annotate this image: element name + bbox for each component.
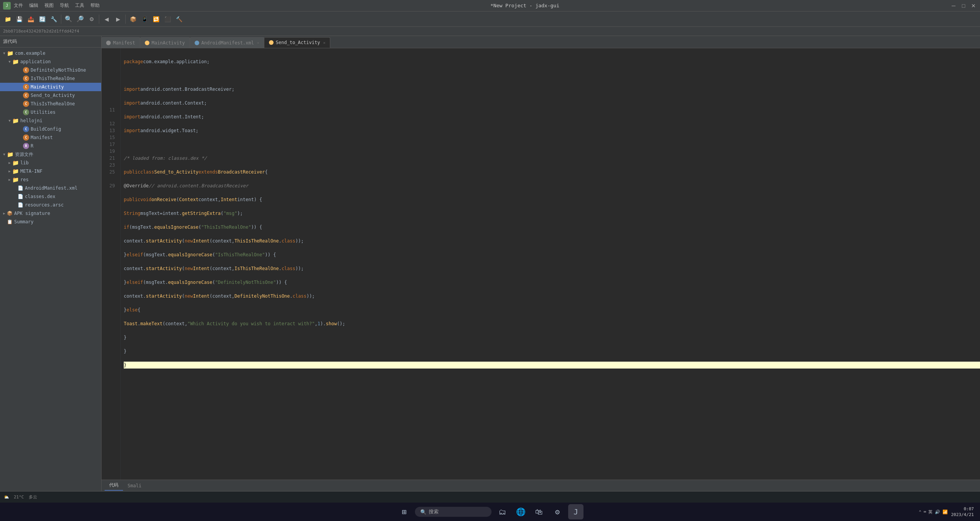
tree-item-lib[interactable]: ▶ 📁 lib	[0, 159, 101, 167]
tree-label: R	[31, 143, 33, 149]
tree-item-meta-inf[interactable]: ▶ 📁 META-INF	[0, 167, 101, 175]
taskbar-windows-btn[interactable]: ⊞	[397, 504, 412, 519]
tree-label: Manifest	[31, 135, 53, 140]
main-area: 源代码 ▼ 📁 com.example ▼ 📁 application ▶ C …	[0, 36, 980, 491]
taskbar-app-jadx[interactable]: J	[568, 504, 583, 519]
taskbar-app-store[interactable]: 🛍	[531, 504, 547, 519]
tree-item-mainactivity[interactable]: ▶ C MainActivity	[0, 83, 101, 91]
tab-sendto[interactable]: Send_to_Activity ✕	[264, 37, 331, 48]
bottom-tab-smali[interactable]: Smali	[123, 482, 146, 490]
sidebar-tree[interactable]: ▼ 📁 com.example ▼ 📁 application ▶ C Defi…	[0, 48, 101, 491]
tree-item-R[interactable]: ▶ R R	[0, 142, 101, 150]
tab-manifest[interactable]: Manifest	[102, 37, 140, 48]
sidebar-header: 源代码	[0, 36, 101, 48]
taskbar-app-settings[interactable]: ⚙	[550, 504, 565, 519]
class-icon: C	[23, 109, 29, 115]
menu-navigate[interactable]: 导航	[60, 2, 69, 9]
tree-item-resources[interactable]: ▼ 📁 资源文件	[0, 150, 101, 159]
code-line: import android.content.Context;	[124, 100, 980, 106]
tree-item-res[interactable]: ▶ 📁 res	[0, 175, 101, 184]
jadx-status-bar: ⛅ 21°C 多云	[0, 491, 980, 503]
tray-arrow[interactable]: ⌃	[919, 510, 921, 514]
toolbar-refresh-btn[interactable]: 🔁	[151, 14, 161, 25]
tree-item-application[interactable]: ▼ 📁 application	[0, 57, 101, 66]
keyboard-icon[interactable]: ⌨	[924, 510, 926, 514]
code-line	[124, 141, 980, 148]
tab-icon	[106, 41, 111, 45]
toolbar-deobf-btn[interactable]: 🔧	[48, 14, 59, 25]
tab-close-sendto[interactable]: ✕	[323, 41, 325, 45]
tree-label: ThisIsTheRealOne	[31, 101, 75, 106]
sys-tray: ⌃ ⌨ 英 🔊 📶	[919, 509, 948, 515]
tree-item-thisreal[interactable]: ▶ C ThisIsTheRealOne	[0, 100, 101, 108]
tree-item-manifest-class[interactable]: ▶ C Manifest	[0, 133, 101, 142]
tabs-bar: Manifest MainActivity AndroidManifest.xm…	[102, 36, 980, 48]
toolbar-find-btn[interactable]: 🔎	[75, 14, 85, 25]
clock[interactable]: 0:07 2023/4/21	[951, 506, 974, 518]
toolbar-settings-btn[interactable]: ⚙	[86, 14, 97, 25]
taskbar-app-explorer[interactable]: 🗂	[495, 504, 510, 519]
code-line: public void onReceive(Context context, I…	[124, 196, 980, 203]
bottom-tabs: 代码 Smali	[102, 480, 980, 491]
menu-help[interactable]: 帮助	[90, 2, 100, 9]
tree-item-definitely[interactable]: ▶ C DefinitelyNotThisOne	[0, 66, 101, 74]
minimize-button[interactable]: ─	[950, 2, 957, 9]
menu-view[interactable]: 视图	[44, 2, 54, 9]
close-button[interactable]: ✕	[970, 2, 977, 9]
menu-bar: 文件 编辑 视图 导航 工具 帮助	[14, 2, 100, 9]
toolbar-apk-btn[interactable]: 📱	[139, 14, 150, 25]
class-icon: C	[23, 92, 29, 98]
title-bar: J 文件 编辑 视图 导航 工具 帮助 *New Project - jadx-…	[0, 0, 980, 11]
tree-item-hellojni[interactable]: ▼ 📁 hellojni	[0, 116, 101, 125]
toolbar-back-btn[interactable]: ◀	[101, 14, 112, 25]
toolbar-reload-btn[interactable]: 🔄	[37, 14, 48, 25]
apk-icon: 📦	[7, 211, 13, 216]
tree-item-com-example[interactable]: ▼ 📁 com.example	[0, 49, 101, 57]
code-line: package com.example.application;	[124, 58, 980, 65]
tree-item-apk-signature[interactable]: ▶ 📦 APK signature	[0, 209, 101, 218]
tree-item-isthis[interactable]: ▶ C IsThisTheRealOne	[0, 74, 101, 83]
code-line: } else if (msgText.equalsIgnoreCase("Def…	[124, 279, 980, 286]
tab-androidmanifest[interactable]: AndroidManifest.xml ✕	[190, 37, 264, 48]
toolbar-forward-btn[interactable]: ▶	[113, 14, 123, 25]
code-editor[interactable]: 11 12 13 15 17 19 21 23 25 29 package co…	[102, 48, 980, 480]
code-line-highlighted: }	[124, 362, 980, 369]
class-icon: C	[23, 67, 29, 73]
toolbar-open-btn[interactable]: 📁	[2, 14, 13, 25]
toolbar-stop-btn[interactable]: ⬛	[162, 14, 173, 25]
toolbar-tool-btn[interactable]: 🔨	[174, 14, 184, 25]
tree-label: APK signature	[14, 211, 50, 216]
menu-tools[interactable]: 工具	[75, 2, 84, 9]
arrow-icon: ▶	[7, 178, 12, 182]
toolbar-save-btn[interactable]: 💾	[14, 14, 25, 25]
toolbar-export-btn[interactable]: 📤	[25, 14, 36, 25]
tree-item-resources-arsc[interactable]: ▶ 📄 resources.arsc	[0, 201, 101, 209]
taskbar-search[interactable]: 🔍 搜索	[415, 507, 492, 517]
arrow-icon: ▶	[7, 161, 12, 165]
taskbar-app-browser[interactable]: 🌐	[513, 504, 528, 519]
tree-item-classes-dex[interactable]: ▶ 📄 classes.dex	[0, 192, 101, 201]
toolbar-search-btn[interactable]: 🔍	[63, 14, 74, 25]
toolbar-pkg-btn[interactable]: 📦	[128, 14, 138, 25]
tree-label: MainActivity	[31, 84, 64, 90]
maximize-button[interactable]: □	[960, 2, 967, 9]
bottom-tab-code[interactable]: 代码	[105, 480, 123, 491]
tree-item-androidmanifest[interactable]: ▶ 📄 AndroidManifest.xml	[0, 184, 101, 192]
menu-file[interactable]: 文件	[14, 2, 23, 9]
tree-item-buildconfig[interactable]: ▶ C BuildConfig	[0, 125, 101, 133]
tree-label: Summary	[14, 219, 34, 224]
code-line	[124, 72, 980, 79]
tab-icon	[195, 41, 199, 45]
weather-condition: 多云	[29, 494, 37, 500]
lang-indicator[interactable]: 英	[928, 509, 932, 515]
tree-item-utilities[interactable]: ▶ C Utilities	[0, 108, 101, 116]
tree-item-summary[interactable]: ▶ 📋 Summary	[0, 218, 101, 226]
window-controls: ─ □ ✕	[950, 2, 977, 9]
toolbar: 📁 💾 📤 🔄 🔧 🔍 🔎 ⚙ ◀ ▶ 📦 📱 🔁 ⬛ 🔨	[0, 11, 980, 27]
menu-edit[interactable]: 编辑	[29, 2, 38, 9]
tab-close-androidmanifest[interactable]: ✕	[257, 41, 259, 45]
windows-taskbar: ⊞ 🔍 搜索 🗂 🌐 🛍 ⚙ J ⌃ ⌨ 英 🔊 📶 0:07 2023/4/2…	[0, 503, 980, 521]
tab-mainactivity[interactable]: MainActivity	[140, 37, 190, 48]
tree-item-sendto[interactable]: ▶ C Send_to_Activity	[0, 91, 101, 100]
folder-icon: 📁	[12, 160, 19, 166]
